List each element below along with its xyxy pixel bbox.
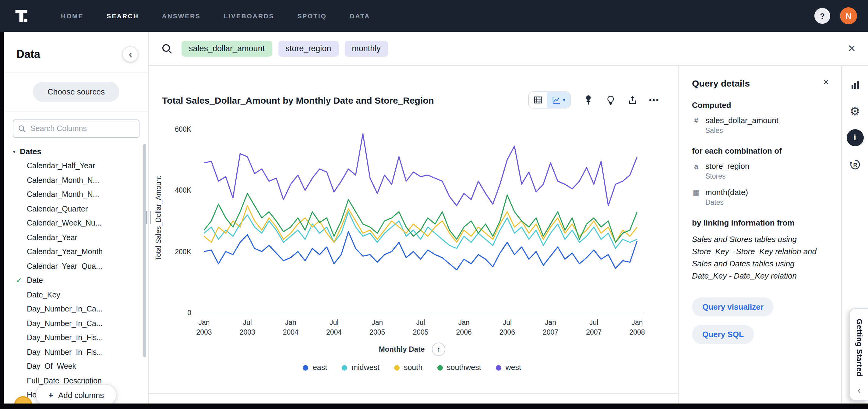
chart-toolbar: ▾ bbox=[528, 91, 662, 109]
clear-search-button[interactable]: ✕ bbox=[847, 43, 856, 53]
hash-icon: # bbox=[692, 116, 701, 125]
column-item[interactable]: Calendar_Year_Qua... bbox=[4, 259, 148, 274]
column-item[interactable]: Calendar_Year bbox=[4, 231, 148, 245]
column-item[interactable]: Calendar_Year_Month bbox=[4, 245, 148, 259]
column-item[interactable]: ✓Date bbox=[4, 274, 148, 288]
close-query-details-button[interactable]: ✕ bbox=[819, 76, 833, 89]
query-field-store_region: astore_regionStores bbox=[692, 162, 828, 180]
nav-item-answers[interactable]: ANSWERS bbox=[162, 12, 201, 20]
table-view-icon[interactable] bbox=[529, 92, 547, 108]
search-token-store_region[interactable]: store_region bbox=[278, 40, 338, 56]
x-tick-label: Jul2006 bbox=[499, 318, 515, 337]
chart-plot: 600K400K200K0 Jan2003Jul2003Jan2004Jul20… bbox=[197, 129, 644, 313]
query-details-panel: Query details ✕ Computed #sales_dollar_a… bbox=[678, 66, 841, 404]
x-tick-label: Jan2005 bbox=[369, 318, 385, 337]
share-button[interactable] bbox=[624, 92, 640, 108]
legend-label: south bbox=[404, 363, 423, 372]
x-tick-label: Jan2006 bbox=[456, 318, 472, 337]
attribute-icon: a bbox=[692, 162, 701, 170]
x-tick-label: Jan2004 bbox=[283, 318, 299, 337]
combination-fields: astore_regionStores▦month(date)Dates bbox=[692, 162, 828, 206]
display-mode-toggle: ▾ bbox=[528, 91, 571, 109]
help-button[interactable]: ? bbox=[814, 8, 830, 24]
column-label: Date_Key bbox=[27, 290, 60, 299]
column-label: Calendar_Month_N... bbox=[27, 176, 99, 184]
workspace: Total Sales_Dollar_Amount by Monthly Dat… bbox=[149, 66, 868, 404]
nav-item-liveboards[interactable]: LIVEBOARDS bbox=[224, 12, 274, 20]
ellipsis-icon: ••• bbox=[649, 96, 659, 104]
tree-group-dates[interactable]: ▾ Dates bbox=[4, 144, 148, 159]
search-columns-input[interactable] bbox=[13, 119, 140, 138]
legend-item-west[interactable]: west bbox=[496, 363, 521, 372]
legend-item-east[interactable]: east bbox=[303, 363, 327, 372]
legend-item-southwest[interactable]: southwest bbox=[437, 363, 481, 372]
query-details-info-icon[interactable]: i bbox=[846, 129, 863, 146]
column-item[interactable]: Calendar_Half_Year bbox=[4, 159, 148, 173]
user-avatar[interactable]: N bbox=[840, 7, 857, 24]
field-name: month(date) bbox=[705, 188, 748, 197]
r-analysis-icon[interactable]: R bbox=[847, 157, 862, 172]
sidebar-resize-handle[interactable] bbox=[146, 211, 151, 224]
field-name-row: astore_region bbox=[692, 162, 828, 171]
column-item[interactable]: Date_Key bbox=[4, 288, 148, 302]
spotiq-insights-button[interactable] bbox=[602, 92, 618, 108]
query-visualizer-button[interactable]: Query visualizer bbox=[692, 297, 774, 316]
chart-view-icon[interactable]: ▾ bbox=[547, 92, 570, 108]
pin-button[interactable] bbox=[581, 92, 596, 108]
nav-item-search[interactable]: SEARCH bbox=[106, 12, 139, 20]
query-sql-button[interactable]: Query SQL bbox=[692, 325, 754, 344]
chart-config-icon[interactable] bbox=[847, 78, 862, 93]
linking-heading: by linking information from bbox=[692, 218, 828, 227]
choose-sources-button[interactable]: Choose sources bbox=[33, 82, 119, 102]
chart-canvas[interactable] bbox=[197, 129, 644, 313]
nav-item-home[interactable]: HOME bbox=[61, 12, 84, 20]
column-item[interactable]: Calendar_Quarter bbox=[4, 202, 148, 216]
field-name-row: ▦month(date) bbox=[692, 188, 828, 197]
nav-item-spotiq[interactable]: SPOTIQ bbox=[297, 12, 327, 20]
y-tick-label: 600K bbox=[175, 125, 191, 133]
column-item[interactable]: Day_Number_In_Ca... bbox=[4, 317, 148, 331]
getting-started-tab[interactable]: Getting Started ‹ bbox=[850, 309, 868, 401]
search-token-sales_dollar_amount[interactable]: sales_dollar_amount bbox=[182, 40, 272, 56]
app-window: HOMESEARCHANSWERSLIVEBOARDSSPOTIQDATA ? … bbox=[0, 0, 868, 409]
y-tick-label: 200K bbox=[175, 248, 191, 255]
tree-group-label: Dates bbox=[20, 147, 41, 156]
legend-item-midwest[interactable]: midwest bbox=[342, 363, 379, 372]
series-line-west bbox=[204, 134, 637, 206]
svg-text:R: R bbox=[853, 162, 857, 168]
column-item[interactable]: Day_Of_Week bbox=[4, 360, 148, 374]
more-options-button[interactable]: ••• bbox=[646, 92, 662, 108]
data-sidebar: Data ‹ Choose sources ▾ Dates Calendar_H… bbox=[4, 32, 149, 404]
column-item[interactable]: Calendar_Month_N... bbox=[4, 188, 148, 202]
top-nav: HOMESEARCHANSWERSLIVEBOARDSSPOTIQDATA ? … bbox=[0, 0, 868, 32]
check-icon: ✓ bbox=[16, 274, 22, 288]
sidebar-scrollbar[interactable] bbox=[143, 144, 146, 357]
field-source: Sales bbox=[705, 127, 828, 134]
settings-gear-icon[interactable]: ⚙ bbox=[847, 104, 862, 118]
column-label: Full_Date_Description bbox=[27, 376, 102, 385]
add-columns-button[interactable]: + Add columns bbox=[36, 384, 117, 404]
legend-dot bbox=[303, 365, 309, 370]
legend-label: midwest bbox=[351, 363, 379, 372]
y-tick-label: 0 bbox=[187, 309, 191, 316]
legend-label: west bbox=[505, 363, 521, 372]
collapse-getting-started-icon[interactable]: ‹ bbox=[858, 385, 860, 395]
column-item[interactable]: Day_Number_In_Fis... bbox=[4, 345, 148, 360]
sources-row: Choose sources bbox=[4, 72, 148, 112]
column-label: Day_Number_In_Ca... bbox=[27, 319, 103, 328]
column-item[interactable]: Calendar_Month_N... bbox=[4, 173, 148, 188]
legend-item-south[interactable]: south bbox=[394, 363, 423, 372]
search-bar[interactable]: sales_dollar_amountstore_regionmonthly ✕ bbox=[149, 32, 868, 66]
sort-ascending-button[interactable]: ↑ bbox=[432, 343, 445, 356]
column-label: Day_Number_In_Fis... bbox=[27, 348, 103, 356]
collapse-sidebar-button[interactable]: ‹ bbox=[122, 46, 138, 62]
column-label: Calendar_Quarter bbox=[27, 204, 88, 213]
nav-item-data[interactable]: DATA bbox=[350, 12, 370, 20]
column-item[interactable]: Day_Number_In_Ca... bbox=[4, 302, 148, 317]
thoughtspot-logo-icon[interactable] bbox=[13, 8, 29, 24]
column-item[interactable]: Calendar_Week_Nu... bbox=[4, 216, 148, 231]
column-label: Day_Number_In_Ca... bbox=[27, 305, 103, 313]
column-item[interactable]: Day_Number_In_Fis... bbox=[4, 331, 148, 345]
search-token-monthly[interactable]: monthly bbox=[344, 40, 388, 56]
field-name: sales_dollar_amount bbox=[705, 116, 778, 125]
